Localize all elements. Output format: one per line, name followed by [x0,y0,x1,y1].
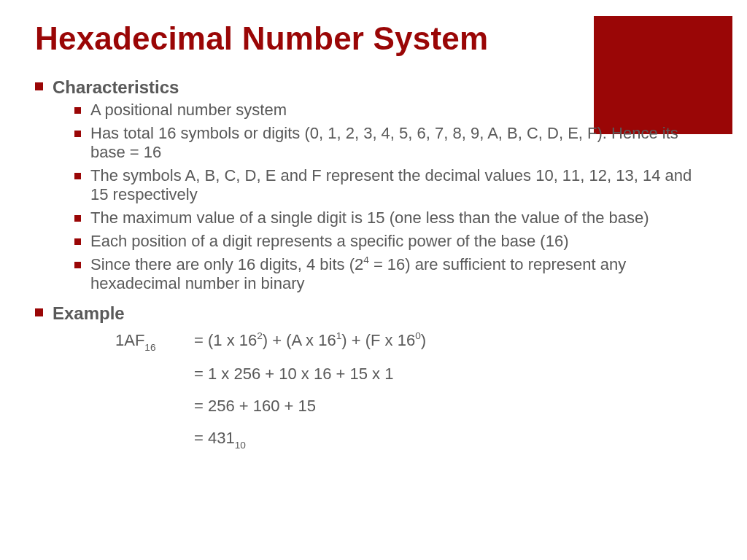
section-heading: Example [53,303,125,323]
example-row: = 256 + 160 + 15 [115,397,712,416]
subscript: 10 [235,440,246,451]
text-frag: ) [421,331,426,349]
char-item: A positional number system [74,101,712,120]
content-list: Characteristics A positional number syst… [35,77,712,324]
superscript: 2 [257,330,263,341]
text-frag: 1AF [115,331,144,349]
example-computation: 1AF16 = (1 x 162) + (A x 161) + (F x 160… [35,331,712,450]
superscript: 4 [363,254,369,265]
section-example: Example [35,303,712,324]
char-item: The maximum value of a single digit is 1… [74,209,712,228]
char-item: Since there are only 16 digits, 4 bits (… [74,255,712,293]
example-row: = 43110 [115,429,712,449]
section-characteristics: Characteristics A positional number syst… [35,77,712,293]
text-frag: ) + (F x 16 [341,331,415,349]
example-lhs: 1AF16 [115,331,194,351]
superscript: 0 [415,330,421,341]
characteristics-list: A positional number system Has total 16 … [53,101,712,293]
text-frag: Since there are only 16 digits, 4 bits (… [90,255,363,273]
text-frag: = 431 [194,429,235,447]
char-item: The symbols A, B, C, D, E and F represen… [74,166,712,204]
subscript: 16 [144,342,155,353]
slide: Hexadecimal Number System Characteristic… [0,0,747,560]
text-frag: = (1 x 16 [194,331,257,349]
example-rhs: = 43110 [194,429,712,449]
example-rhs: = (1 x 162) + (A x 161) + (F x 160) [194,331,712,351]
example-row: = 1 x 256 + 10 x 16 + 15 x 1 [115,365,712,384]
example-rhs: = 256 + 160 + 15 [194,397,712,416]
superscript: 1 [336,330,342,341]
example-lhs [115,429,194,449]
example-row: 1AF16 = (1 x 162) + (A x 161) + (F x 160… [115,331,712,351]
example-rhs: = 1 x 256 + 10 x 16 + 15 x 1 [194,365,712,384]
text-frag: ) + (A x 16 [263,331,336,349]
char-item: Each position of a digit represents a sp… [74,232,712,251]
section-heading: Characteristics [53,77,179,97]
char-item: Has total 16 symbols or digits (0, 1, 2,… [74,124,712,162]
example-lhs [115,365,194,384]
example-lhs [115,397,194,416]
